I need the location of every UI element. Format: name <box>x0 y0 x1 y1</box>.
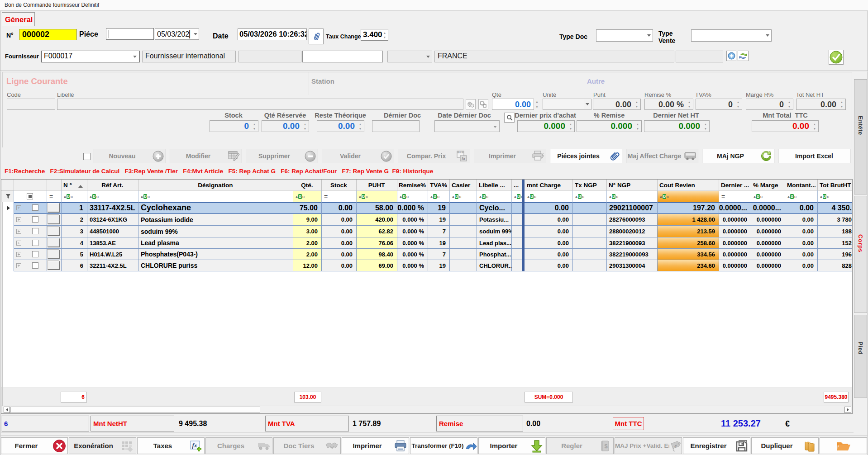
svg-text:12: 12 <box>459 151 462 154</box>
svg-text:fx: fx <box>192 442 197 449</box>
svg-text:fx: fx <box>462 156 466 161</box>
svg-text:$: $ <box>604 443 608 450</box>
